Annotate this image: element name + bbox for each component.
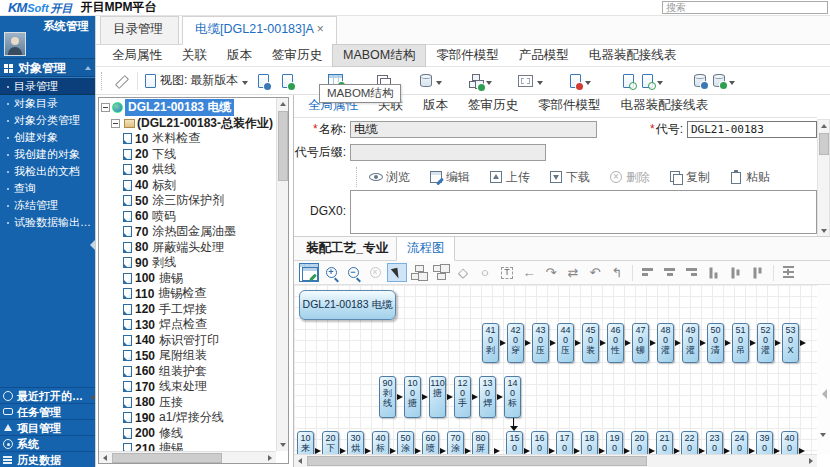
tab-versions[interactable]: 版本 [217,45,262,66]
sidebar-recently-opened[interactable]: 最近打开的… [0,387,95,403]
sidebar-group-object-management[interactable]: 对象管理 [0,58,95,77]
tree-group-item[interactable]: (DGL21-00183-总装作业) 电缆 [101,116,276,132]
sidebar-item-object-catalog[interactable]: 对象目录 [0,95,95,112]
scroll-right-arrow[interactable] [805,455,817,467]
flow-node-460[interactable]: 460性 [607,323,624,363]
distribute-icon[interactable] [779,263,799,282]
flow-node-210[interactable]: 210 [656,431,673,454]
tab-part-model[interactable]: 零部件模型 [426,45,509,66]
flow-node-520[interactable]: 520灌 [757,323,774,363]
flow-node-180[interactable]: 180 [581,431,598,454]
flow-node-510[interactable]: 510吊 [732,323,749,363]
scrollbar-thumb[interactable] [819,133,829,155]
database-settings-icon[interactable] [689,70,711,92]
connector-arc-icon[interactable]: ↷ [541,263,561,282]
align-right-icon[interactable] [682,263,702,282]
tab-product-model[interactable]: 产品模型 [509,45,579,66]
close-icon[interactable]: × [317,22,324,36]
delete-button[interactable]: 删除 [609,169,650,186]
scrollbar-thumb[interactable] [112,453,222,463]
tab-cable-dgl21-00183[interactable]: 电缆[DGL21-00183]A× [182,16,337,45]
scroll-right-arrow[interactable] [264,452,276,464]
tree-operation-item[interactable]: 110 搪锡检查 [101,286,276,302]
flow-node-440[interactable]: 440压 [557,323,574,363]
new-document-icon[interactable] [569,70,591,92]
flow-node-430[interactable]: 430压 [532,323,549,363]
dgx0-field[interactable] [350,190,817,234]
detail-tab-versions[interactable]: 版本 [413,94,458,117]
text-box-icon[interactable]: T [497,263,517,282]
flow-node-390[interactable]: 390 [756,431,773,454]
flow-node-70[interactable]: 70涂 [447,431,464,454]
scroll-down-arrow[interactable] [277,439,289,451]
tree-operation-item[interactable]: 160 组装护套 [101,364,276,380]
scroll-left-arrow[interactable] [99,452,111,464]
flow-node-110[interactable]: 110搪 [429,376,446,418]
flow-node-490[interactable]: 490灌 [682,323,699,363]
flow-node-20[interactable]: 20下 [322,431,339,454]
tree-operation-item[interactable]: 180 压接 [101,395,276,411]
delete-shape-icon[interactable]: × [365,263,385,282]
sidebar-item-test-data-output[interactable]: 试验数据输出… [0,214,95,231]
scroll-down-arrow[interactable] [817,429,830,442]
tree-operation-item[interactable]: 70 涂热固金属油墨 [101,224,276,240]
tree-operation-item[interactable]: 100 搪锡 [101,271,276,287]
flow-node-40[interactable]: 40标 [372,431,389,454]
connector-double-icon[interactable]: ⇄ [563,263,583,282]
suffix-field[interactable] [350,144,546,161]
flow-node-470[interactable]: 470铆 [632,323,649,363]
copy-button[interactable]: 复制 [669,169,710,186]
paste-button[interactable]: 粘贴 [729,169,770,186]
search-document-icon[interactable] [617,70,639,92]
flow-node-190[interactable]: 190 [606,431,623,454]
sidebar-item-catalog-management[interactable]: 目录管理 [0,77,95,95]
scrollbar-thumb[interactable] [278,111,288,181]
tree-horizontal-scrollbar[interactable] [99,451,276,463]
sidebar-item-object-classification[interactable]: 对象分类管理 [0,112,95,129]
tree-operation-item[interactable]: 150 尾附组装 [101,348,276,364]
flow-node-200[interactable]: 200 [631,431,648,454]
tree-operation-item[interactable]: 140 标识管打印 [101,333,276,349]
flow-node-90[interactable]: 90剥线 [379,376,396,418]
flow-node-150[interactable]: 150 [506,431,523,454]
upload-button[interactable]: 上传 [489,169,530,186]
structure-icon[interactable] [468,70,492,92]
search-document-alt-icon[interactable] [641,70,663,92]
sidebar-task-management[interactable]: 任务管理 [0,403,95,419]
sidebar-item-my-created-objects[interactable]: 我创建的对象 [0,146,95,163]
detail-tab-sign-history[interactable]: 签审历史 [458,94,528,117]
tab-assembly-process[interactable]: 装配工艺_专业 [298,237,396,260]
flow-node-120[interactable]: 120手 [454,376,471,418]
scrollbar-thumb[interactable] [307,456,647,466]
user-avatar[interactable] [4,32,26,56]
align-top-icon[interactable] [705,263,724,283]
flow-node-60[interactable]: 60喷 [422,431,439,454]
tree-operation-item[interactable]: 10 米料检查 [101,131,276,147]
edit-pencil-button[interactable] [110,70,132,92]
sidebar-item-query[interactable]: 查询 [0,180,95,197]
zoom-out-icon[interactable]: − [343,263,363,282]
flow-node-230[interactable]: 230 [706,431,723,454]
sidebar-history-data[interactable]: 历史数据 [0,451,95,467]
browse-button[interactable]: 浏览 [369,169,410,186]
tab-global-properties[interactable]: 全局属性 [102,45,172,66]
flow-node-240[interactable]: 240 [731,431,748,454]
flow-node-10[interactable]: 10来 [297,431,314,454]
tree-operation-item[interactable]: 190 a1/焊接分线 [101,410,276,426]
flow-root-node[interactable]: DGL21-00183 电缆 [299,290,396,320]
align-center-icon[interactable] [660,263,680,282]
sidebar-item-freeze-management[interactable]: 冻结管理 [0,197,95,214]
flow-node-140[interactable]: 140标 [504,376,521,418]
tree-operation-item[interactable]: 60 喷码 [101,209,276,225]
name-field[interactable] [350,121,597,138]
flow-node-170[interactable]: 170 [556,431,573,454]
connector-straight-icon[interactable]: ← [519,263,539,282]
insert-parent-node-icon[interactable] [431,263,451,282]
tree-operation-item[interactable]: 40 标刻 [101,178,276,194]
tree-operation-item[interactable]: 130 焊点检查 [101,317,276,333]
edit-button[interactable]: 编辑 [429,169,470,186]
insert-child-node-icon[interactable] [409,263,429,282]
flow-node-50[interactable]: 50涂 [397,431,414,454]
tree-operation-item[interactable]: 30 烘线 [101,162,276,178]
sidebar-item-my-checked-out-docs[interactable]: 我检出的文档 [0,163,95,180]
